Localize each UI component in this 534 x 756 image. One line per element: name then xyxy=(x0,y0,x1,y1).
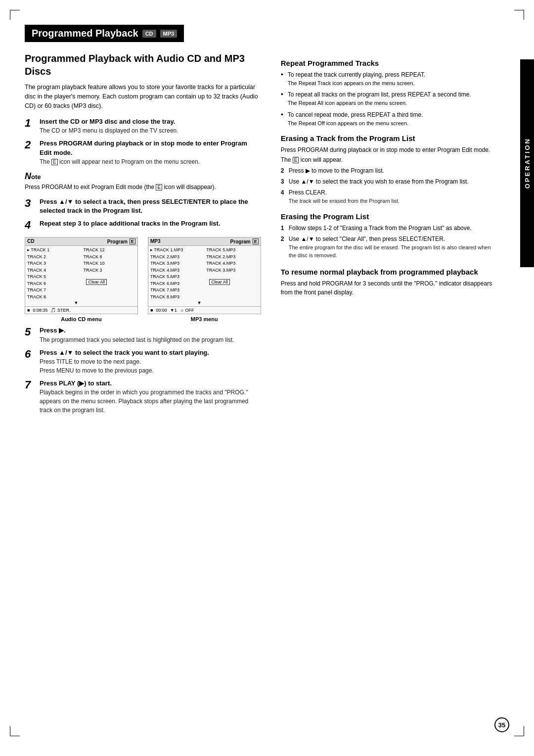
note-n: N xyxy=(25,171,31,182)
step-2-text: The E icon will appear next to Program o… xyxy=(40,157,261,166)
step-6-bold: Press ▲/▼ to select the track you want t… xyxy=(40,348,261,357)
cd-menu-title: CD xyxy=(27,238,34,244)
erase-track-steps: 2Press ▶ to move to the Program list. 3U… xyxy=(281,166,494,205)
mp3-track-3: TRACK 3.MP3 xyxy=(150,260,202,267)
mp3-prog-track-2: TRACK 2.MP3 xyxy=(206,254,258,261)
step-7: 7 Press PLAY (▶) to start. Playback begi… xyxy=(25,379,261,415)
mp3-footer-icon: ■ xyxy=(150,308,153,313)
repeat-item-1: To repeat the track currently playing, p… xyxy=(281,70,494,87)
cd-menu-footer: ■ 0:08:35 🎵 STER. xyxy=(25,306,137,314)
main-title: Programmed Playback with Audio CD and MP… xyxy=(25,52,261,78)
repeat-heading: Repeat Programmed Tracks xyxy=(281,59,494,67)
cd-menu-header: CD Program E xyxy=(25,237,137,246)
cd-prog-track-1: TRACK 12 xyxy=(83,247,135,254)
mp3-menu-title: MP3 xyxy=(150,238,161,244)
mp3-track-8: TRACK 8.MP3 xyxy=(150,294,202,301)
repeat-item-3-sub: The Repeat Off icon appears on the menu … xyxy=(288,120,494,127)
erase-list-step-2: 2Use ▲/▼ to select "Clear All", then pre… xyxy=(281,235,494,260)
two-col-layout: Programmed Playback with Audio CD and MP… xyxy=(25,52,509,419)
menu-section: CD Program E ▸ TRACK 1 TRACK 2 TRACK 3 xyxy=(25,237,261,322)
mp3-menu-program-label: Program xyxy=(230,239,251,244)
corner-mark-br xyxy=(514,726,524,736)
mp3-scroll-down: ▼ xyxy=(150,300,202,305)
cd-menu-program: Program E xyxy=(107,238,135,244)
cd-track-2: TRACK 2 xyxy=(27,254,79,261)
cd-badge: CD xyxy=(142,30,156,38)
step-6-text: Press TITLE to move to the next page.Pre… xyxy=(40,357,261,375)
mp3-menu-left-col: ▸ TRACK 1.MP3 TRACK 2.MP3 TRACK 3.MP3 TR… xyxy=(148,246,204,306)
step-7-num: 7 xyxy=(25,379,36,391)
title-bar: Programmed Playback CD MP3 xyxy=(25,25,184,42)
cd-track-3: TRACK 3 xyxy=(27,260,79,267)
mp3-menu-right-col: TRACK 5.MP3 TRACK 2.MP3 TRACK 4.MP3 TRAC… xyxy=(204,246,260,306)
step-7-content: Press PLAY (▶) to start. Playback begins… xyxy=(40,379,261,415)
page: OPERATION Programmed Playback CD MP3 Pro… xyxy=(0,0,534,756)
repeat-item-3-text: To cancel repeat mode, press REPEAT a th… xyxy=(288,111,423,118)
mp3-menu-box: MP3 Program E ▸ TRACK 1.MP3 TRACK 2.MP3 … xyxy=(148,237,261,314)
title-text: Programmed Playback xyxy=(32,28,138,39)
erase-track-intro: Press PROGRAM during playback or in stop… xyxy=(281,145,494,154)
step-3: 3 Press ▲/▼ to select a track, then pres… xyxy=(25,197,261,215)
step-5-text: The programmed track you selected last i… xyxy=(40,335,261,344)
repeat-item-1-sub: The Repeat Track icon appears on the men… xyxy=(288,80,494,87)
corner-mark-tl xyxy=(10,10,20,20)
cd-track-8: TRACK 8 xyxy=(27,294,79,301)
cd-track-5: TRACK 5 xyxy=(27,274,79,281)
step-1-num: 1 xyxy=(25,117,36,129)
step-2-content: Press PROGRAM during playback or in stop… xyxy=(40,139,261,166)
step-2-bold: Press PROGRAM during playback or in stop… xyxy=(40,139,261,157)
note-text: Press PROGRAM to exit Program Edit mode … xyxy=(25,183,261,191)
step-1-content: Insert the CD or MP3 disc and close the … xyxy=(40,117,261,135)
erase-track-step-4-sub: The track will be erased from the Progra… xyxy=(289,197,494,205)
step-5: 5 Press ▶. The programmed track you sele… xyxy=(25,326,261,344)
cd-footer-time: 0:08:35 xyxy=(33,308,47,313)
corner-mark-bl xyxy=(10,726,20,736)
erase-list-step-1: 1Follow steps 1-2 of "Erasing a Track fr… xyxy=(281,224,494,233)
mp3-footer-off: ☼ OFF xyxy=(180,308,194,313)
mp3-prog-track-3: TRACK 4.MP3 xyxy=(206,260,258,267)
erase-list-heading: Erasing the Program List xyxy=(281,212,494,221)
step-7-text: Playback begins in the order in which yo… xyxy=(40,388,261,415)
cd-menu-box: CD Program E ▸ TRACK 1 TRACK 2 TRACK 3 xyxy=(25,237,138,314)
mp3-clear-btn: Clear All xyxy=(209,279,230,285)
erase-track-heading: Erasing a Track from the Program List xyxy=(281,134,494,142)
step-6: 6 Press ▲/▼ to select the track you want… xyxy=(25,348,261,375)
cd-track-4: TRACK 4 xyxy=(27,267,79,274)
erase-track-step-3: 3Use ▲/▼ to select the track you wish to… xyxy=(281,177,494,186)
cd-menu-e-badge: E xyxy=(130,238,135,244)
note-ote: ote xyxy=(31,173,41,181)
step-5-bold: Press ▶. xyxy=(40,326,261,335)
step-3-content: Press ▲/▼ to select a track, then press … xyxy=(40,197,261,215)
step-7-bold: Press PLAY (▶) to start. xyxy=(40,379,261,388)
mp3-menu-header: MP3 Program E xyxy=(148,237,261,246)
mp3-prog-track-1: TRACK 5.MP3 xyxy=(206,247,258,254)
mp3-prog-track-4: TRACK 3.MP3 xyxy=(206,267,258,274)
mp3-menu-program: Program E xyxy=(230,238,259,244)
right-column: Repeat Programmed Tracks To repeat the t… xyxy=(281,52,509,419)
mp3-track-2: TRACK 2.MP3 xyxy=(150,254,202,261)
mp3-menu-footer: ■ 00:00 ▼1 ☼ OFF xyxy=(148,306,261,314)
cd-clear-btn-container: Clear All xyxy=(83,278,135,286)
mp3-menu-container: MP3 Program E ▸ TRACK 1.MP3 TRACK 2.MP3 … xyxy=(148,237,261,322)
cd-menu-container: CD Program E ▸ TRACK 1 TRACK 2 TRACK 3 xyxy=(25,237,138,322)
resume-heading: To resume normal playback from programme… xyxy=(281,268,494,276)
resume-text: Press and hold PROGRAM for 3 seconds unt… xyxy=(281,279,494,297)
page-number: 35 xyxy=(494,717,509,732)
mp3-footer-time: 00:00 xyxy=(156,308,167,313)
cd-menu-left-col: ▸ TRACK 1 TRACK 2 TRACK 3 TRACK 4 TRACK … xyxy=(25,246,81,306)
erase-track-step-2: 2Press ▶ to move to the Program list. xyxy=(281,166,494,175)
cd-track-7: TRACK 7 xyxy=(27,287,79,294)
cd-track-1: ▸ TRACK 1 xyxy=(27,247,79,254)
step-2: 2 Press PROGRAM during playback or in st… xyxy=(25,139,261,166)
mp3-track-6: TRACK 6.MP3 xyxy=(150,281,202,287)
repeat-item-2-text: To repeat all tracks on the program list… xyxy=(288,91,471,98)
step-1-bold: Insert the CD or MP3 disc and close the … xyxy=(40,117,261,126)
mp3-track-5: TRACK 5.MP3 xyxy=(150,274,202,281)
mp3-menu-e-badge: E xyxy=(253,238,259,244)
cd-menu-body: ▸ TRACK 1 TRACK 2 TRACK 3 TRACK 4 TRACK … xyxy=(25,246,137,306)
mp3-track-7: TRACK 7.MP3 xyxy=(150,287,202,294)
erase-list-step-2-sub: The entire program for the disc will be … xyxy=(289,243,494,260)
erase-track-sub: The E icon will appear. xyxy=(281,156,494,163)
note-title: Note xyxy=(25,171,261,182)
step-4-content: Repeat step 3 to place additional tracks… xyxy=(40,219,261,228)
